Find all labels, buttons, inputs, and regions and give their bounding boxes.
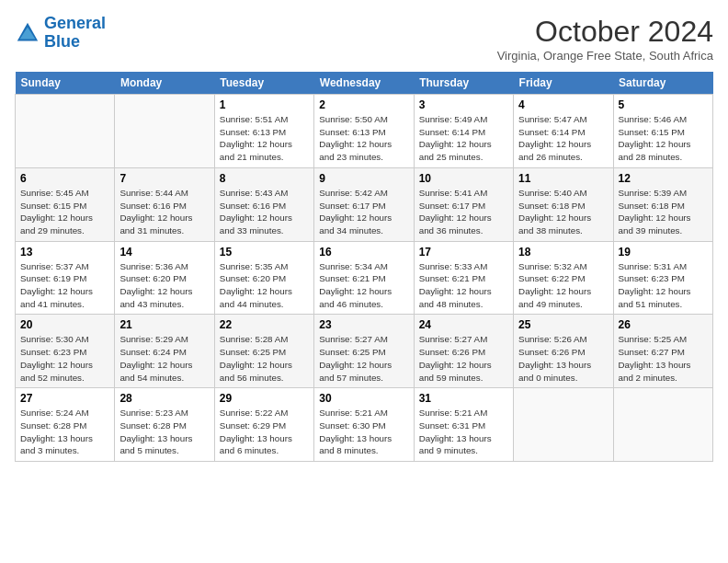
calendar-cell [613, 388, 712, 462]
title-block: October 2024 Virginia, Orange Free State… [497, 15, 713, 63]
calendar-cell: 30Sunrise: 5:21 AMSunset: 6:30 PMDayligh… [314, 388, 414, 462]
calendar-cell: 6Sunrise: 5:45 AMSunset: 6:15 PMDaylight… [16, 167, 115, 241]
day-number: 26 [619, 318, 708, 331]
day-number: 21 [119, 318, 209, 331]
calendar-table: SundayMondayTuesdayWednesdayThursdayFrid… [15, 72, 713, 462]
weekday-header-row: SundayMondayTuesdayWednesdayThursdayFrid… [16, 72, 713, 95]
day-info: Sunrise: 5:32 AMSunset: 6:22 PMDaylight:… [518, 260, 608, 311]
weekday-header: Sunday [16, 72, 115, 95]
day-number: 12 [619, 172, 708, 185]
day-info: Sunrise: 5:39 AMSunset: 6:18 PMDaylight:… [619, 187, 708, 237]
day-number: 1 [220, 98, 309, 111]
day-number: 19 [619, 246, 708, 259]
day-info: Sunrise: 5:22 AMSunset: 6:29 PMDaylight:… [220, 407, 309, 457]
day-number: 6 [20, 172, 109, 185]
day-info: Sunrise: 5:47 AMSunset: 6:14 PMDaylight:… [518, 113, 608, 164]
day-number: 2 [319, 98, 408, 111]
month-title: October 2024 [497, 15, 713, 49]
day-number: 23 [319, 318, 408, 331]
day-info: Sunrise: 5:45 AMSunset: 6:15 PMDaylight:… [20, 187, 109, 237]
calendar-week-row: 13Sunrise: 5:37 AMSunset: 6:19 PMDayligh… [16, 241, 713, 315]
calendar-cell: 15Sunrise: 5:35 AMSunset: 6:20 PMDayligh… [214, 241, 313, 315]
day-number: 17 [419, 246, 508, 259]
day-info: Sunrise: 5:27 AMSunset: 6:26 PMDaylight:… [419, 333, 508, 384]
calendar-cell [514, 388, 613, 462]
calendar-week-row: 27Sunrise: 5:24 AMSunset: 6:28 PMDayligh… [16, 388, 713, 462]
logo-line1: General [44, 14, 106, 32]
day-info: Sunrise: 5:35 AMSunset: 6:20 PMDaylight:… [220, 260, 309, 311]
day-number: 16 [319, 246, 408, 259]
calendar-cell: 4Sunrise: 5:47 AMSunset: 6:14 PMDaylight… [514, 95, 613, 168]
day-info: Sunrise: 5:49 AMSunset: 6:14 PMDaylight:… [419, 113, 508, 164]
calendar-cell: 19Sunrise: 5:31 AMSunset: 6:23 PMDayligh… [613, 241, 712, 315]
calendar-cell: 18Sunrise: 5:32 AMSunset: 6:22 PMDayligh… [514, 241, 613, 315]
day-number: 29 [220, 392, 309, 405]
calendar-cell: 14Sunrise: 5:36 AMSunset: 6:20 PMDayligh… [115, 241, 214, 315]
day-number: 8 [220, 172, 309, 185]
calendar-cell: 8Sunrise: 5:43 AMSunset: 6:16 PMDaylight… [214, 167, 313, 241]
day-info: Sunrise: 5:51 AMSunset: 6:13 PMDaylight:… [220, 113, 309, 164]
calendar-cell: 31Sunrise: 5:21 AMSunset: 6:31 PMDayligh… [414, 388, 513, 462]
day-info: Sunrise: 5:30 AMSunset: 6:23 PMDaylight:… [20, 333, 109, 384]
logo-line2: Blue [44, 32, 80, 51]
logo-text: General Blue [44, 15, 106, 52]
calendar-cell: 17Sunrise: 5:33 AMSunset: 6:21 PMDayligh… [414, 241, 513, 315]
day-info: Sunrise: 5:29 AMSunset: 6:24 PMDaylight:… [119, 333, 209, 384]
calendar-cell: 10Sunrise: 5:41 AMSunset: 6:17 PMDayligh… [414, 167, 513, 241]
day-info: Sunrise: 5:28 AMSunset: 6:25 PMDaylight:… [220, 333, 309, 384]
day-info: Sunrise: 5:26 AMSunset: 6:26 PMDaylight:… [518, 333, 608, 384]
day-number: 22 [220, 318, 309, 331]
day-number: 11 [518, 172, 608, 185]
day-number: 18 [518, 246, 608, 259]
day-info: Sunrise: 5:33 AMSunset: 6:21 PMDaylight:… [419, 260, 508, 311]
day-info: Sunrise: 5:25 AMSunset: 6:27 PMDaylight:… [619, 333, 708, 384]
weekday-header: Saturday [613, 72, 712, 95]
day-number: 20 [20, 318, 109, 331]
calendar-cell: 22Sunrise: 5:28 AMSunset: 6:25 PMDayligh… [214, 315, 313, 388]
day-info: Sunrise: 5:50 AMSunset: 6:13 PMDaylight:… [319, 113, 408, 164]
day-info: Sunrise: 5:42 AMSunset: 6:17 PMDaylight:… [319, 187, 408, 237]
calendar-week-row: 20Sunrise: 5:30 AMSunset: 6:23 PMDayligh… [16, 315, 713, 388]
calendar-cell: 21Sunrise: 5:29 AMSunset: 6:24 PMDayligh… [115, 315, 214, 388]
day-info: Sunrise: 5:37 AMSunset: 6:19 PMDaylight:… [20, 260, 109, 311]
calendar-cell: 20Sunrise: 5:30 AMSunset: 6:23 PMDayligh… [16, 315, 115, 388]
calendar-cell [115, 95, 214, 168]
weekday-header: Wednesday [314, 72, 414, 95]
logo: General Blue [15, 15, 106, 52]
day-number: 24 [419, 318, 508, 331]
calendar-cell: 5Sunrise: 5:46 AMSunset: 6:15 PMDaylight… [613, 95, 712, 168]
day-info: Sunrise: 5:40 AMSunset: 6:18 PMDaylight:… [518, 187, 608, 237]
day-info: Sunrise: 5:21 AMSunset: 6:31 PMDaylight:… [419, 407, 508, 457]
calendar-week-row: 6Sunrise: 5:45 AMSunset: 6:15 PMDaylight… [16, 167, 713, 241]
calendar-cell: 11Sunrise: 5:40 AMSunset: 6:18 PMDayligh… [514, 167, 613, 241]
weekday-header: Friday [514, 72, 613, 95]
day-number: 7 [119, 172, 209, 185]
calendar-cell: 23Sunrise: 5:27 AMSunset: 6:25 PMDayligh… [314, 315, 414, 388]
calendar-week-row: 1Sunrise: 5:51 AMSunset: 6:13 PMDaylight… [16, 95, 713, 168]
day-number: 9 [319, 172, 408, 185]
day-number: 30 [319, 392, 408, 405]
day-info: Sunrise: 5:23 AMSunset: 6:28 PMDaylight:… [119, 407, 209, 457]
calendar-cell: 7Sunrise: 5:44 AMSunset: 6:16 PMDaylight… [115, 167, 214, 241]
day-info: Sunrise: 5:46 AMSunset: 6:15 PMDaylight:… [619, 113, 708, 164]
day-info: Sunrise: 5:41 AMSunset: 6:17 PMDaylight:… [419, 187, 508, 237]
day-info: Sunrise: 5:44 AMSunset: 6:16 PMDaylight:… [119, 187, 209, 237]
day-number: 4 [518, 98, 608, 111]
day-info: Sunrise: 5:34 AMSunset: 6:21 PMDaylight:… [319, 260, 408, 311]
day-info: Sunrise: 5:31 AMSunset: 6:23 PMDaylight:… [619, 260, 708, 311]
logo-icon [15, 20, 40, 46]
day-info: Sunrise: 5:21 AMSunset: 6:30 PMDaylight:… [319, 407, 408, 457]
calendar-cell: 9Sunrise: 5:42 AMSunset: 6:17 PMDaylight… [314, 167, 414, 241]
weekday-header: Thursday [414, 72, 513, 95]
page-header: General Blue October 2024 Virginia, Oran… [15, 15, 713, 63]
day-info: Sunrise: 5:27 AMSunset: 6:25 PMDaylight:… [319, 333, 408, 384]
calendar-cell: 16Sunrise: 5:34 AMSunset: 6:21 PMDayligh… [314, 241, 414, 315]
day-info: Sunrise: 5:24 AMSunset: 6:28 PMDaylight:… [20, 407, 109, 457]
calendar-cell: 2Sunrise: 5:50 AMSunset: 6:13 PMDaylight… [314, 95, 414, 168]
calendar-cell: 13Sunrise: 5:37 AMSunset: 6:19 PMDayligh… [16, 241, 115, 315]
calendar-cell: 24Sunrise: 5:27 AMSunset: 6:26 PMDayligh… [414, 315, 513, 388]
day-number: 14 [119, 246, 209, 259]
day-number: 5 [619, 98, 708, 111]
calendar-cell [16, 95, 115, 168]
day-number: 10 [419, 172, 508, 185]
